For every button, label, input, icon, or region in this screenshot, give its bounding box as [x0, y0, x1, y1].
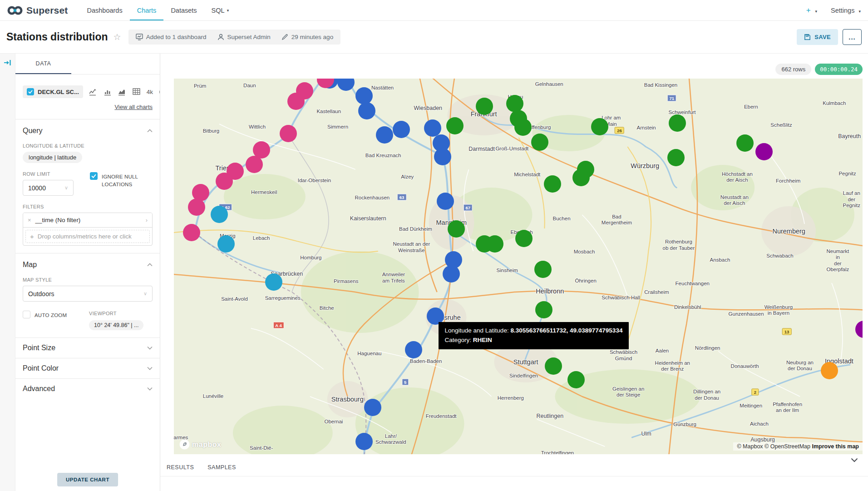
map-point[interactable] [265, 273, 282, 291]
favorite-star-icon[interactable]: ☆ [113, 32, 121, 42]
map-section-header[interactable]: Map [23, 261, 153, 269]
map-point[interactable] [821, 362, 838, 379]
filter-drop-zone[interactable]: + Drop columns/metrics here or click [25, 230, 150, 243]
settings-menu[interactable]: Settings ▾ [831, 7, 861, 14]
map-point[interactable] [755, 143, 773, 160]
left-rail [0, 54, 15, 491]
improve-map-link[interactable]: Improve this map [812, 443, 859, 450]
map-point[interactable] [531, 134, 548, 151]
map-point[interactable] [358, 102, 375, 119]
map-point[interactable] [405, 341, 422, 358]
viz-4k-badge[interactable]: 4k [147, 89, 153, 95]
lonlat-chip[interactable]: longitude | latitude [23, 152, 82, 163]
nav-items: DashboardsChartsDatasetsSQL▾ [79, 0, 236, 20]
map-point[interactable] [211, 206, 228, 223]
ignore-null-checkline[interactable]: IGNORE NULL LOCATIONS [90, 172, 153, 188]
map-point[interactable] [476, 98, 493, 115]
chevron-down-icon: ▾ [815, 9, 818, 14]
line-chart-icon[interactable] [89, 88, 98, 96]
map-point[interactable] [280, 125, 297, 142]
nav-item-sql[interactable]: SQL▾ [204, 0, 237, 20]
map-point[interactable] [486, 235, 503, 253]
map-point[interactable] [591, 118, 608, 135]
section-point-color[interactable]: Point Color [15, 358, 160, 378]
map-point[interactable] [434, 148, 451, 165]
map-style-select[interactable]: Outdoors∨ [23, 286, 153, 302]
expand-panel-icon[interactable] [4, 59, 12, 66]
map-point[interactable] [572, 169, 590, 186]
map-point[interactable] [669, 114, 686, 132]
tab-results[interactable]: RESULTS [167, 464, 194, 471]
chevron-down-icon: ∨ [143, 291, 147, 297]
nav-item-charts[interactable]: Charts [130, 0, 164, 20]
tab-samples[interactable]: SAMPLES [207, 464, 236, 471]
meta-superset-admin[interactable]: Superset Admin [217, 34, 271, 40]
bar-chart-icon[interactable] [104, 88, 112, 96]
row-limit-select[interactable]: 10000∨ [23, 180, 74, 196]
query-section-header[interactable]: Query [23, 127, 153, 135]
map-point[interactable] [534, 261, 552, 278]
ignore-null-checkbox[interactable] [90, 172, 98, 180]
map-point[interactable] [544, 175, 561, 193]
more-options-button[interactable]: ... [843, 29, 862, 45]
map-point[interactable] [446, 117, 464, 134]
map-point[interactable] [506, 95, 523, 112]
pie-chart-icon[interactable] [159, 88, 160, 96]
map-point[interactable] [287, 93, 305, 110]
deckgl-scatter-map[interactable]: PrümDaunNastättenGelnhausenBad Kissingen… [174, 79, 863, 454]
nav-item-dashboards[interactable]: Dashboards [79, 0, 129, 20]
chart-area: 662 rows 00:00:00.24 [160, 54, 868, 491]
map-point[interactable] [448, 220, 465, 238]
map-point[interactable] [514, 119, 532, 136]
mapbox-attribution-link[interactable]: © Mapbox [737, 443, 763, 450]
section-advanced[interactable]: Advanced [15, 378, 160, 399]
filter-chip-time[interactable]: × __time (No filter) › [23, 213, 152, 228]
map-point[interactable] [736, 134, 754, 152]
map-point[interactable] [183, 224, 200, 241]
map-point[interactable] [217, 235, 235, 253]
map-point[interactable] [246, 156, 263, 173]
map-point[interactable] [376, 126, 393, 144]
auto-zoom-checkbox[interactable] [23, 311, 30, 318]
meta-29-minutes-ago[interactable]: 29 minutes ago [281, 34, 333, 40]
lonlat-label: LONGITUDE & LATITUDE [23, 143, 153, 149]
superset-logo[interactable]: Superset [7, 5, 68, 16]
map-point[interactable] [667, 149, 685, 166]
brand-name: Superset [26, 5, 68, 16]
pencil-icon [281, 34, 288, 40]
section-point-size[interactable]: Point Size [15, 337, 160, 358]
map-point[interactable] [188, 198, 205, 216]
table-chart-icon[interactable] [133, 88, 141, 95]
map-point[interactable] [437, 193, 454, 210]
nav-item-datasets[interactable]: Datasets [163, 0, 204, 20]
osm-attribution-link[interactable]: © OpenStreetMap [764, 443, 810, 450]
area-chart-icon[interactable] [118, 88, 127, 96]
page-title: Stations distribution [6, 31, 108, 43]
map-point[interactable] [545, 357, 562, 375]
map-point[interactable] [364, 399, 381, 416]
map-point[interactable] [355, 87, 373, 104]
auto-zoom-checkline[interactable]: AUTO ZOOM [23, 311, 81, 319]
chevron-down-icon [147, 367, 153, 370]
update-chart-button[interactable]: UPDATE CHART [57, 473, 118, 486]
collapse-pane-chevron-icon[interactable] [851, 458, 858, 462]
new-item-button[interactable]: + ▾ [806, 6, 817, 15]
map-point[interactable] [216, 173, 233, 190]
map-point[interactable] [393, 121, 410, 138]
view-all-charts-link[interactable]: View all charts [114, 104, 153, 110]
chart-header: Stations distribution ☆ Added to 1 dashb… [0, 21, 868, 54]
map-point[interactable] [515, 230, 533, 247]
query-timer-badge: 00:00:00.24 [815, 64, 863, 75]
viz-type-selected[interactable]: DECK.GL SC... [23, 85, 83, 98]
viewport-chip[interactable]: 10° 24' 49.86" | ... [89, 320, 143, 330]
map-point[interactable] [355, 433, 373, 450]
map-point[interactable] [535, 301, 552, 318]
meta-added-to-1-dashboard[interactable]: Added to 1 dashboard [136, 34, 207, 40]
tab-data[interactable]: DATA [15, 54, 71, 74]
map-point[interactable] [424, 119, 441, 137]
remove-filter-icon[interactable]: × [28, 217, 31, 223]
map-terrain-roads [174, 79, 863, 454]
save-button[interactable]: SAVE [797, 29, 838, 45]
map-point[interactable] [567, 371, 585, 388]
map-point[interactable] [443, 265, 460, 283]
